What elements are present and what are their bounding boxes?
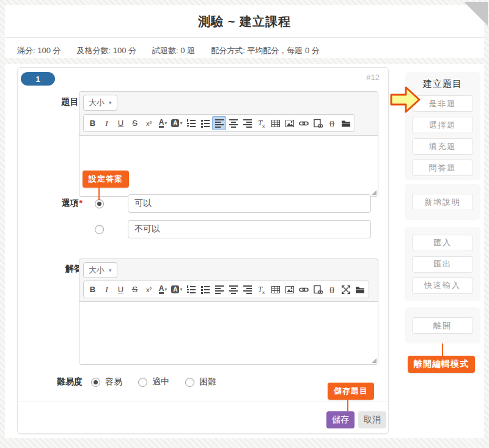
difficulty-radio-1[interactable]	[91, 378, 100, 387]
question-label: 題目*	[30, 97, 83, 108]
folder-icon[interactable]	[339, 116, 353, 130]
difficulty-label: 難易度	[30, 376, 83, 387]
highlight-arrow-icon	[390, 85, 422, 114]
strikethrough-icon[interactable]: S	[128, 282, 142, 296]
option-input-1[interactable]	[128, 194, 371, 213]
create-question-heading: 建立題目	[423, 78, 462, 90]
leave-panel: 離開	[405, 307, 480, 343]
difficulty-option-label: 困難	[199, 376, 216, 387]
fold-corner-icon	[464, 2, 488, 26]
unordered-list-icon[interactable]	[198, 282, 212, 296]
difficulty-radio-3[interactable]	[185, 378, 194, 387]
set-answer-pointer-line	[98, 185, 100, 200]
code-icon[interactable]: {-}	[325, 116, 339, 130]
align-left-icon[interactable]	[212, 116, 226, 130]
remove-format-icon[interactable]: Tx	[254, 116, 268, 130]
maximize-icon[interactable]	[339, 282, 353, 296]
solution-label: 解答	[30, 263, 83, 274]
difficulty-option-3[interactable]: 困難	[185, 376, 216, 387]
required-asterisk: *	[79, 198, 83, 208]
image-icon[interactable]	[282, 116, 296, 130]
difficulty-option-2[interactable]: 適中	[138, 376, 169, 387]
difficulty-option-label: 適中	[152, 376, 169, 387]
solution-size-row: 大小▾	[79, 259, 378, 279]
page-title: 測驗 ~ 建立課程	[5, 5, 484, 38]
io-button-2[interactable]: 匯出	[412, 256, 473, 273]
resize-handle-icon[interactable]	[372, 358, 377, 363]
image-icon[interactable]	[282, 282, 296, 296]
note-panel: 新增說明	[405, 184, 480, 220]
embed-link-icon[interactable]	[311, 282, 325, 296]
leave-edit-mode-callout: 離開編輯模式	[408, 356, 475, 373]
question-number-badge: 1	[21, 72, 55, 86]
align-right-icon[interactable]	[240, 116, 254, 130]
question-type-button-3[interactable]: 填充題	[412, 138, 473, 155]
io-button-3[interactable]: 快速輸入	[412, 277, 473, 294]
table-icon[interactable]	[268, 282, 282, 296]
io-buttons: 匯入匯出快速輸入	[412, 235, 473, 294]
align-left-icon[interactable]	[212, 282, 226, 296]
option-radio-2[interactable]	[95, 225, 104, 234]
solution-editor-body[interactable]	[79, 301, 378, 364]
content-panel: 1 #12 題目* 大小▾ BIUSx²A▾A▾Tx{-} 設定答案 選項*	[5, 64, 484, 438]
difficulty-options: 容易適中困難	[91, 376, 216, 387]
underline-icon[interactable]: U	[114, 282, 128, 296]
strikethrough-icon[interactable]: S	[128, 116, 142, 130]
superscript-icon[interactable]: x²	[142, 282, 156, 296]
bold-icon[interactable]: B	[86, 116, 100, 130]
resize-handle-icon[interactable]	[372, 190, 377, 195]
font-size-dropdown[interactable]: 大小▾	[83, 262, 117, 278]
background-color-icon[interactable]: A▾	[170, 282, 184, 296]
ordered-list-icon[interactable]	[184, 282, 198, 296]
io-button-1[interactable]: 匯入	[412, 235, 473, 251]
question-type-button-2[interactable]: 選擇題	[412, 117, 473, 133]
question-ref: #12	[366, 73, 380, 82]
option-radio-1[interactable]	[95, 199, 104, 208]
footer-divider	[18, 402, 388, 402]
link-icon[interactable]	[296, 282, 311, 296]
remove-format-icon[interactable]: Tx	[254, 282, 268, 296]
text-color-icon[interactable]: A▾	[156, 282, 170, 296]
set-answer-callout: 設定答案	[83, 171, 129, 188]
italic-icon[interactable]: I	[100, 116, 114, 130]
unordered-list-icon[interactable]	[198, 116, 212, 130]
align-center-icon[interactable]	[226, 282, 240, 296]
question-toolbar-group: BIUSx²A▾A▾Tx{-}	[83, 114, 355, 132]
question-type-button-4[interactable]: 問答題	[412, 160, 473, 176]
options-label: 選項*	[30, 198, 83, 209]
table-icon[interactable]	[268, 116, 282, 130]
align-center-icon[interactable]	[226, 116, 240, 130]
save-button[interactable]: 儲存	[326, 411, 355, 428]
superscript-icon[interactable]: x²	[142, 116, 156, 130]
embed-link-icon[interactable]	[311, 116, 325, 130]
align-right-icon[interactable]	[240, 282, 254, 296]
question-editor-toolbar: 大小▾ BIUSx²A▾A▾Tx{-}	[79, 92, 378, 135]
bold-icon[interactable]: B	[86, 282, 100, 296]
underline-icon[interactable]: U	[114, 116, 128, 130]
save-question-pointer-line	[347, 398, 348, 411]
stat-item: 配分方式: 平均配分，每題 0 分	[211, 45, 320, 56]
background-color-icon[interactable]: A▾	[170, 116, 184, 130]
leave-button[interactable]: 離開	[412, 317, 473, 334]
stat-item: 試題數: 0 題	[152, 45, 195, 56]
font-size-dropdown[interactable]: 大小▾	[83, 95, 117, 111]
option-input-2[interactable]	[128, 220, 371, 238]
caret-down-icon: ▾	[109, 267, 112, 273]
leave-pointer-line	[442, 343, 443, 356]
link-icon[interactable]	[296, 116, 311, 130]
stat-item: 滿分: 100 分	[17, 45, 61, 56]
save-question-callout: 儲存題目	[328, 383, 374, 400]
stat-item: 及格分數: 100 分	[77, 45, 137, 56]
text-color-icon[interactable]: A▾	[156, 116, 170, 130]
difficulty-option-label: 容易	[105, 376, 122, 387]
folder-icon[interactable]	[353, 282, 367, 296]
ordered-list-icon[interactable]	[184, 116, 198, 130]
difficulty-radio-2[interactable]	[138, 378, 147, 387]
add-description-button[interactable]: 新增說明	[412, 194, 473, 210]
question-card: 1 #12 題目* 大小▾ BIUSx²A▾A▾Tx{-} 設定答案 選項*	[17, 67, 389, 434]
italic-icon[interactable]: I	[100, 282, 114, 296]
import-export-panel: 匯入匯出快速輸入	[405, 227, 480, 301]
difficulty-option-1[interactable]: 容易	[91, 376, 122, 387]
code-icon[interactable]: {-}	[325, 282, 339, 296]
cancel-button[interactable]: 取消	[358, 411, 386, 428]
